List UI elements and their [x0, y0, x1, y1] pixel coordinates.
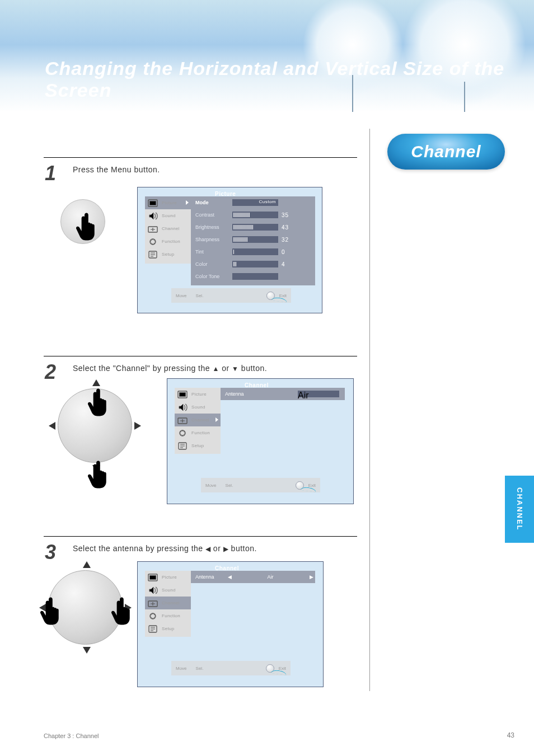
step-1: 1 Press the Menu button. [44, 157, 357, 160]
sidebar-item-function[interactable]: Function [145, 235, 191, 248]
side-tab-channel: CHANNEL [505, 476, 534, 543]
sidebar-item-label: Picture [191, 392, 207, 397]
sidebar-item-label: Setup [191, 443, 204, 448]
nav-exit: Exit [279, 293, 287, 298]
section-badge-label: Channel [411, 142, 481, 161]
osd-panel-channel: Channel Picture Sound Channel Function S… [167, 378, 354, 504]
sidebar-item-setup[interactable]: Setup [145, 622, 191, 635]
sidebar-item-label: Picture [162, 200, 177, 205]
osd-sidebar: Picture Sound Channel Function Setup [175, 388, 221, 454]
joystick-updown-icon [49, 379, 141, 472]
arrow-down-icon [83, 647, 91, 654]
sidebar-item-sound[interactable]: Sound [175, 401, 221, 414]
row-number: 35 [282, 212, 293, 218]
row-color[interactable]: Color 4 [191, 258, 315, 270]
osd-sidebar: Picture Sound Channel Function Setup [145, 196, 191, 264]
sidebar-item-label: Channel [191, 417, 209, 422]
osd-sidebar: Picture Sound Channel Function Setup [145, 571, 191, 637]
step-text: Press the Menu button. [73, 165, 160, 174]
triangle-up-icon: ▲ [212, 365, 219, 373]
sidebar-item-label: Function [162, 613, 180, 618]
osd-navbar: Move Sel. Exit [171, 661, 291, 675]
row-label: Mode [191, 200, 232, 205]
row-slider [232, 248, 278, 255]
arrow-right-icon[interactable]: ▶ [307, 574, 315, 580]
row-slider [232, 261, 278, 267]
row-tint[interactable]: Tint 0 [191, 246, 315, 258]
row-label: Contrast [191, 212, 232, 218]
nav-sel: Sel. [196, 293, 204, 298]
chapter-footer: Chapter 3 : Channel [44, 732, 99, 739]
sidebar-item-label: Channel [162, 600, 180, 605]
row-brightness[interactable]: Brightness 43 [191, 221, 315, 233]
press-menu-icon [60, 199, 105, 244]
row-contrast[interactable]: Contrast 35 [191, 209, 315, 221]
sidebar-item-label: Function [191, 430, 210, 435]
antenna-label: Antenna [191, 574, 226, 580]
sidebar-item-label: Setup [162, 626, 174, 631]
sidebar-item-picture[interactable]: Picture [175, 388, 221, 401]
row-sharpness[interactable]: Sharpness 32 [191, 233, 315, 246]
row-number: 43 [282, 224, 293, 231]
row-slider [232, 236, 278, 243]
row-slider [232, 224, 278, 231]
sidebar-item-label: Function [162, 239, 180, 244]
sidebar-item-picture[interactable]: Picture [145, 196, 191, 209]
antenna-valuebox: Air [298, 391, 339, 397]
row-number: 0 [282, 249, 293, 255]
sidebar-item-setup[interactable]: Setup [175, 439, 221, 452]
row-color-tone[interactable]: Color Tone [191, 270, 315, 283]
row-label: Brightness [191, 224, 232, 230]
row-slider [232, 212, 278, 218]
antenna-source-selector[interactable]: Antenna ◀ Air ▶ [191, 571, 315, 583]
row-label: Tint [191, 249, 232, 255]
sidebar-item-label: Setup [162, 252, 174, 257]
triangle-right-icon: ▶ [223, 545, 229, 553]
antenna-value: Air [298, 391, 309, 400]
hand-icon [86, 458, 109, 489]
row-valuebox: Custom [232, 199, 278, 206]
arrow-up-icon [92, 379, 100, 386]
sidebar-item-label: Sound [162, 588, 176, 593]
arrow-up-icon [83, 561, 91, 568]
nav-orb-icon [266, 664, 274, 673]
sidebar-item-function[interactable]: Function [175, 426, 221, 439]
nav-move: Move [176, 666, 187, 671]
osd-navbar: Move Sel. Exit [171, 288, 291, 303]
sidebar-item-sound[interactable]: Sound [145, 584, 191, 597]
arrow-left-icon [49, 422, 55, 430]
row-number: 32 [282, 237, 293, 243]
sidebar-item-channel[interactable]: Channel [145, 222, 191, 235]
sidebar-item-channel[interactable]: Channel [145, 597, 191, 609]
nav-orb-icon [266, 292, 275, 300]
hand-icon [109, 595, 133, 625]
nav-sel: Sel. [196, 666, 204, 671]
step-3: 3 Select the antenna by pressing the ◀ o… [44, 536, 357, 539]
sidebar-item-channel[interactable]: Channel [175, 414, 221, 426]
row-label: Color [191, 261, 232, 267]
sidebar-item-function[interactable]: Function [145, 609, 191, 622]
sidebar-item-sound[interactable]: Sound [145, 209, 191, 222]
antenna-row[interactable]: Antenna Air [221, 388, 345, 400]
step-number: 3 [45, 541, 56, 564]
hand-icon [86, 386, 109, 416]
step-text: Select the antenna by pressing the ◀ or … [73, 544, 257, 553]
antenna-value: Air [233, 574, 307, 580]
vertical-separator [369, 129, 370, 691]
row-number: 4 [282, 261, 293, 267]
hand-icon [38, 595, 62, 625]
osd-value-panel: Mode Custom Contrast 35 Brightness 43 Sh… [191, 196, 315, 285]
sidebar-item-picture[interactable]: Picture [145, 571, 191, 584]
sidebar-item-label: Channel [162, 226, 180, 231]
chevron-right-icon [216, 417, 218, 422]
nav-exit: Exit [308, 483, 316, 488]
row-mode[interactable]: Mode Custom [191, 196, 315, 209]
sidebar-item-label: Sound [162, 213, 176, 218]
arrow-left-icon[interactable]: ◀ [226, 574, 233, 580]
sidebar-item-setup[interactable]: Setup [145, 248, 191, 261]
osd-navbar: Move Sel. Exit [201, 478, 320, 492]
nav-sel: Sel. [226, 483, 233, 488]
nav-move: Move [205, 483, 217, 488]
osd-panel-channel-source: Channel Picture Sound Channel Function S… [137, 561, 324, 687]
section-badge: Channel [387, 134, 505, 170]
